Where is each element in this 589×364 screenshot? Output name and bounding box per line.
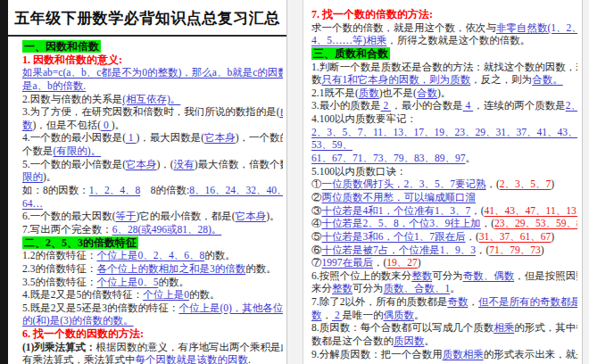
- text-segment: ，所得之数就是这个数的倍数。: [386, 35, 530, 46]
- text-row: 5.一个数的最小倍数是(它本身)，(没有)最大倍数，倍数个数是(无: [22, 158, 283, 171]
- text-row: 3.最小的质数是 2 ，最小的合数是 4 ，连续的两个质数是2、3。: [311, 99, 577, 112]
- text-segment: 4.既是2又是5的倍数特征：: [22, 289, 143, 300]
- text-segment: 一、因数和倍数: [22, 40, 101, 53]
- text-segment: ①: [311, 178, 322, 189]
- text-segment: ，(: [466, 231, 479, 242]
- answer-blank-text: 64…: [22, 198, 43, 209]
- text-row: 个数是(有限的)。: [22, 145, 283, 158]
- text-segment: 来分: [311, 283, 332, 294]
- answer-blank-text: 53、59、: [311, 139, 353, 150]
- section-header: 一、因数和倍数: [22, 40, 283, 54]
- text-segment: ): [418, 257, 421, 268]
- text-segment: 有乘法算式，乘法算式中: [22, 354, 136, 364]
- text-segment: ，连续的两个质数是: [473, 100, 566, 111]
- text-segment: 1.判断一个数是质数还是合数的方法：就找这个数的因数，若这个: [311, 62, 577, 72]
- text-segment: ，(: [470, 205, 484, 216]
- text-segment: )最大倍数，倍数个数是(: [195, 159, 283, 170]
- text-row: 4.一个数的最小因数是( 1 )，最大因数是(它本身)，一个数的因数: [22, 131, 283, 145]
- text-row: (1)列乘法算式：根据因数的意义，有序地写出两个乘积是此数的所: [22, 341, 283, 354]
- answer-blank-text: 但不是所有的奇数都是质: [478, 296, 577, 307]
- text-segment: 2.因数与倍数的关系是: [22, 94, 122, 104]
- answer-blank-text: 十位若是2、5、8，个位3、9往上加: [322, 218, 481, 228]
- subsection-header: 1. 因数和倍数的意义:: [22, 54, 283, 67]
- answer-blank-text: 2: [332, 310, 343, 320]
- text-segment: ，(: [486, 178, 500, 189]
- answer-red-text: 71、79、73: [489, 244, 541, 255]
- answer-blank-text: 它本身: [236, 211, 267, 221]
- text-segment: 9.分解质因数：把一个合数用: [311, 349, 443, 360]
- text-segment: ，: [468, 296, 478, 307]
- text-segment: 。: [466, 153, 477, 163]
- answer-blank-text: 合数: [417, 87, 437, 98]
- text-row: ④十位若是2、5、8，个位3、9往上加，(23、29、53、59、83、89): [311, 217, 577, 230]
- text-row: 9.分解质因数：把一个合数用质数相乘的形式表示出来，就是分解: [311, 348, 577, 361]
- text-segment: ): [541, 244, 544, 255]
- text-row: 6.按照个位上的数来分整数可分为奇数、偶数，但是按照因数个数: [311, 269, 577, 283]
- answer-blank-text: 数: [22, 120, 33, 130]
- text-segment: 4.100以内质数要牢记：: [311, 113, 417, 124]
- answer-blank-text: 限的: [22, 171, 43, 182]
- answer-blank-text: 2、3、5、7、11、13、17、19、23、29、31、37、41、43、47…: [311, 127, 577, 137]
- answer-blank-text: 十位若是被7占，个位准是1、9、3: [322, 244, 477, 255]
- answer-blank-text: 它本身: [204, 132, 236, 143]
- text-segment: ，(: [481, 218, 494, 228]
- text-segment: 8的倍数:: [140, 185, 189, 195]
- text-segment: 3.为了方便，在研究因数和倍数时，我们所说的数指的是(: [22, 106, 279, 117]
- text-segment: )，(: [156, 159, 173, 170]
- answer-blank-text: 2: [381, 100, 392, 111]
- text-row: 数只有1和它本身的因数，则为质数，反之，则为合数。: [311, 73, 577, 87]
- answer-blank-text: 两位质数不用愁，可以编成顺口溜: [322, 192, 477, 203]
- answer-blank-text: 自然: [279, 106, 283, 117]
- answer-blank-text: 合数。: [532, 74, 563, 85]
- text-segment: )，但是不包括(: [33, 120, 102, 130]
- text-segment: )。: [43, 171, 56, 182]
- subsection-header: 6. 找一个数的因数的方法:: [22, 327, 283, 341]
- text-row: 53、59、: [311, 138, 577, 152]
- text-row: ⑥十位若是被7占，个位准是1、9、3，(71、79、73): [311, 244, 577, 257]
- text-segment: )。: [112, 120, 125, 130]
- answer-blank-text: 十位若是4和1，个位准有1、3、7: [322, 205, 471, 216]
- text-row: 的(和)是(3)的倍数的数。: [22, 314, 283, 327]
- text-segment: 7. 找一个数的倍数的方法:: [311, 8, 433, 21]
- answer-red-text: 19、27: [386, 257, 418, 268]
- text-segment: 。: [450, 283, 460, 294]
- text-row: 3.5的倍数特征：个位上是0、5的数。: [22, 276, 283, 289]
- section-header: 三、质数和合数: [311, 47, 577, 61]
- text-row: ①一位质数偶打头，2、3、5、7要记熟，(2、3、5、7): [311, 178, 577, 191]
- text-segment: 个数是: [22, 145, 54, 156]
- text-segment: 的数。: [189, 289, 220, 300]
- text-segment: ，(: [476, 244, 489, 255]
- answer-blank-text: 整数: [332, 283, 353, 294]
- text-row: ②两位质数不用愁，可以编成顺口溜: [311, 191, 577, 204]
- answer-blank-text: 只有1和它本身的因数，则为质数: [322, 74, 471, 85]
- text-segment: 的形式，其中每个质: [514, 322, 577, 333]
- text-row: 7.写出两个完全数：6、28(或496或81、28)。: [22, 223, 283, 236]
- text-row: 如果ab=c(a、b、c都是不为0的整数)，那么a、b就是c的因数，c就: [22, 66, 283, 79]
- text-row: 限的)。: [22, 170, 283, 184]
- text-segment: )，最大因数是(: [136, 132, 204, 143]
- text-segment: 可分为: [353, 283, 384, 294]
- text-segment: 是唯一的: [343, 310, 384, 320]
- text-segment: 2.1既不是(: [311, 87, 359, 98]
- text-segment: 求一个数的倍数，就是用这个数，依次与: [311, 22, 496, 33]
- text-segment: )。: [437, 87, 451, 98]
- answer-blank-text: 4、5……等)相乘: [311, 35, 386, 46]
- text-row: ⑤十位若是3和6，个位1、7跟在后，(31、37、61、67): [311, 230, 577, 244]
- text-segment: 4.一个数的最小因数是(: [22, 132, 126, 143]
- text-row: 数)，但是不包括( 0 )。: [22, 119, 283, 132]
- answer-blank-text: 4: [463, 100, 474, 111]
- text-row: 61、67、71、73、79、83、89、97。: [311, 152, 577, 165]
- text-segment: ): [551, 231, 554, 242]
- text-row: 是a、b的倍数.: [22, 79, 283, 93]
- text-segment: 的形式表示出来，就是分解: [484, 349, 577, 360]
- text-row: 有乘法算式，乘法算式中每个因数就是该数的因数.: [22, 353, 283, 364]
- text-segment: )。: [266, 211, 279, 221]
- text-segment: 1.2的倍数特征：: [22, 250, 96, 261]
- page-2-content: 7. 找一个数的倍数的方法:求一个数的倍数，就是用这个数，依次与非零自然数(1、…: [303, 0, 582, 360]
- text-segment: 3.最小的质数是: [311, 100, 381, 111]
- answer-blank-text: 奇数: [447, 296, 468, 307]
- answer-blank-text: 个位上是(0)，其他各位上的数: [178, 302, 283, 313]
- text-segment: 的数。: [204, 250, 236, 261]
- answer-blank-text: 个位上是0、5: [96, 277, 158, 287]
- text-row: ⑦1997在最后，(19、27): [311, 256, 577, 269]
